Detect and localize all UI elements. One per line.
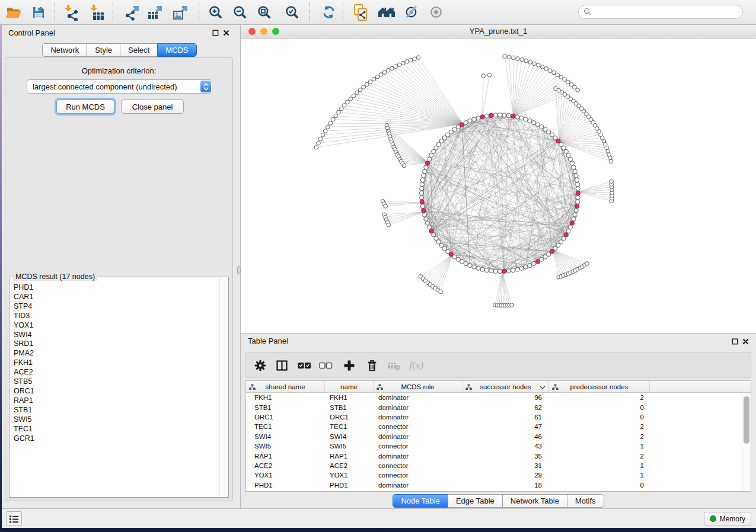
graph-leaf-node[interactable] [386, 68, 390, 72]
graph-leaf-node[interactable] [554, 86, 558, 91]
graph-node[interactable] [576, 182, 580, 187]
graph-leaf-node[interactable] [585, 262, 589, 266]
tab-style[interactable]: Style [87, 43, 120, 57]
table-row[interactable]: SWI5SWI5connector431 [246, 441, 742, 451]
mcds-result-item[interactable]: ORC1 [14, 387, 219, 396]
tab-motifs[interactable]: Motifs [567, 494, 604, 508]
graph-leaf-node[interactable] [540, 65, 544, 69]
table-cell[interactable]: ACE2 [246, 462, 325, 469]
graph-leaf-node[interactable] [326, 125, 330, 129]
mcds-result-item[interactable]: PHD1 [14, 283, 219, 293]
graph-node[interactable] [468, 118, 472, 123]
table-cell[interactable]: FKH1 [325, 394, 374, 401]
mcds-node[interactable] [422, 209, 426, 213]
graph-leaf-node[interactable] [413, 57, 417, 61]
graph-node[interactable] [420, 182, 424, 187]
graph-node[interactable] [515, 267, 519, 271]
mcds-result-item[interactable]: RAP1 [14, 396, 219, 406]
table-settings-button[interactable] [251, 357, 269, 374]
graph-leaf-node[interactable] [368, 80, 372, 84]
search-input[interactable] [595, 7, 738, 17]
graph-node[interactable] [476, 116, 480, 120]
graph-leaf-node[interactable] [340, 107, 344, 111]
table-cell[interactable]: RAP1 [325, 453, 374, 460]
graph-leaf-node[interactable] [358, 88, 362, 92]
graph-leaf-node[interactable] [394, 65, 398, 69]
graph-leaf-node[interactable] [352, 94, 356, 98]
graph-leaf-node[interactable] [409, 58, 413, 62]
table-cell[interactable]: 62 [462, 404, 549, 411]
table-scrollbar-thumb[interactable] [744, 396, 749, 444]
graph-node[interactable] [464, 261, 468, 265]
graph-node[interactable] [420, 196, 424, 200]
graph-node[interactable] [575, 178, 579, 182]
table-cell[interactable]: SWI4 [325, 433, 374, 440]
mcds-node[interactable] [489, 113, 493, 117]
table-cell[interactable]: SWI5 [325, 443, 374, 450]
table-cell[interactable]: 35 [462, 453, 549, 460]
mcds-node[interactable] [535, 259, 540, 264]
graph-leaf-node[interactable] [544, 67, 548, 71]
graph-node[interactable] [506, 269, 511, 273]
table-cell[interactable]: dominator [374, 414, 462, 421]
tab-node-table[interactable]: Node Table [393, 494, 448, 508]
mcds-node[interactable] [511, 114, 515, 118]
graph-leaf-node[interactable] [334, 114, 338, 118]
export-table-button[interactable] [145, 2, 166, 23]
mcds-result-item[interactable]: STB1 [14, 406, 219, 415]
graph-node[interactable] [524, 265, 528, 269]
table-cell[interactable]: connector [374, 462, 462, 469]
table-cell[interactable]: 29 [462, 472, 549, 479]
graph-node[interactable] [573, 169, 577, 174]
graph-node[interactable] [428, 157, 432, 161]
zoom-selected-button[interactable] [282, 2, 303, 23]
close-panel-icon[interactable] [223, 30, 229, 36]
graph-leaf-node[interactable] [331, 117, 335, 121]
graph-leaf-node[interactable] [365, 82, 369, 86]
graph-node[interactable] [424, 165, 428, 169]
graph-leaf-node[interactable] [481, 74, 486, 78]
table-cell[interactable]: 0 [549, 404, 650, 411]
table-cell[interactable]: TEC1 [246, 423, 325, 430]
graph-node[interactable] [566, 153, 570, 158]
column-header-shared-name[interactable]: shared name [246, 381, 325, 392]
graph-leaf-node[interactable] [528, 60, 532, 65]
graph-leaf-node[interactable] [405, 60, 409, 64]
graph-leaf-node[interactable] [375, 75, 379, 79]
table-cell[interactable]: 2 [549, 433, 650, 440]
float-panel-icon[interactable] [732, 338, 738, 345]
table-cell[interactable]: connector [374, 443, 462, 450]
graph-leaf-node[interactable] [563, 78, 567, 82]
graph-node[interactable] [572, 165, 576, 169]
network-view-titlebar[interactable]: YPA_prune.txt_1 [241, 24, 756, 39]
graph-leaf-node[interactable] [379, 73, 383, 77]
graph-leaf-node[interactable] [610, 180, 614, 184]
graph-node[interactable] [576, 196, 580, 200]
graph-node[interactable] [519, 266, 524, 270]
mcds-node[interactable] [460, 123, 464, 127]
graph-node[interactable] [573, 213, 577, 217]
graph-node[interactable] [515, 115, 519, 119]
table-cell[interactable]: 1 [549, 443, 650, 450]
houses-button[interactable] [376, 2, 397, 23]
mcds-node[interactable] [570, 221, 574, 225]
mcds-node[interactable] [575, 204, 579, 209]
graph-node[interactable] [472, 117, 476, 121]
graph-node[interactable] [464, 121, 468, 125]
graph-leaf-node[interactable] [402, 164, 406, 168]
close-panel-icon[interactable] [742, 338, 749, 345]
graph-node[interactable] [574, 209, 578, 213]
table-cell[interactable]: YOX1 [325, 472, 374, 479]
mcds-result-item[interactable]: ACE2 [14, 368, 219, 377]
automation-menu-button[interactable] [6, 511, 22, 526]
table-row[interactable]: RAP1RAP1dominator352 [246, 451, 742, 460]
export-image-button[interactable] [170, 2, 192, 23]
mcds-node[interactable] [480, 115, 484, 119]
mcds-result-item[interactable]: GCR1 [14, 434, 219, 444]
mcds-result-item[interactable]: TID3 [14, 312, 219, 321]
mcds-result-item[interactable]: YOX1 [14, 321, 219, 331]
graph-leaf-node[interactable] [548, 69, 552, 73]
table-cell[interactable]: YOX1 [246, 472, 325, 479]
graph-node[interactable] [528, 118, 532, 123]
mcds-node[interactable] [420, 200, 424, 204]
